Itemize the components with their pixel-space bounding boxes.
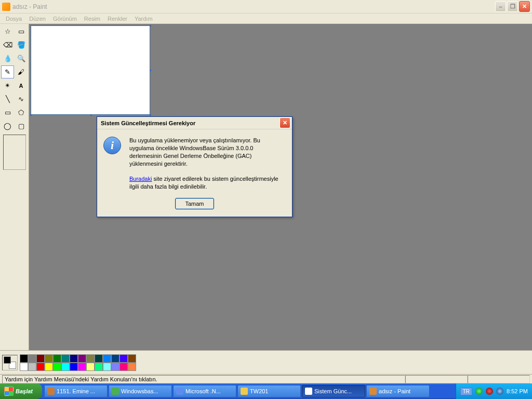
current-colors[interactable] <box>2 355 18 370</box>
color-swatch[interactable] <box>45 363 53 371</box>
taskbar-item[interactable]: adsız - Paint <box>366 385 430 397</box>
color-swatch[interactable] <box>36 354 45 363</box>
foreground-color-swatch <box>4 356 11 364</box>
color-swatch[interactable] <box>86 354 95 363</box>
color-swatch[interactable] <box>103 363 111 371</box>
color-swatch[interactable] <box>86 363 95 371</box>
tray-icon[interactable] <box>486 388 493 395</box>
resize-handle[interactable] <box>90 114 92 116</box>
color-swatch[interactable] <box>128 354 136 363</box>
taskbar-item-label: Sistem Günc... <box>314 388 352 394</box>
brush-tool[interactable]: 🖌 <box>15 65 28 78</box>
main-area: ☆ ▭ ⌫ 🪣 💧 🔍 ✎ 🖌 ✴ A ╲ ∿ ▭ ⬠ ◯ ▢ <box>0 24 532 350</box>
fill-tool[interactable]: 🪣 <box>15 38 28 51</box>
status-bar: Yardım için Yardım Menüsü'ndeki Yardım K… <box>0 374 532 383</box>
clock[interactable]: 8:52 PM <box>507 388 528 394</box>
taskbar-item[interactable]: Windowsbas... <box>109 385 172 397</box>
dialog-link[interactable]: Buradaki <box>129 176 152 182</box>
canvas[interactable] <box>31 26 150 114</box>
rect-select-tool[interactable]: ▭ <box>15 25 28 38</box>
ellipse-tool[interactable]: ◯ <box>1 119 14 132</box>
color-swatch[interactable] <box>36 363 45 371</box>
language-indicator[interactable]: TR <box>460 388 472 395</box>
color-swatch[interactable] <box>61 354 70 363</box>
taskbar-item[interactable]: Sistem Günc... <box>302 385 365 397</box>
color-swatch[interactable] <box>70 354 78 363</box>
color-swatch[interactable] <box>61 363 70 371</box>
rounded-rect-tool[interactable]: ▢ <box>15 119 28 132</box>
resize-handle[interactable] <box>150 70 151 71</box>
color-swatch[interactable] <box>95 363 103 371</box>
maximize-button[interactable]: ❐ <box>507 1 518 12</box>
picker-tool[interactable]: 💧 <box>1 52 14 65</box>
color-swatch[interactable] <box>128 363 136 371</box>
status-help-text: Yardım için Yardım Menüsü'ndeki Yardım K… <box>2 375 405 383</box>
canvas-area[interactable]: Sistem Güncelleştirmesi Gerekiyor ✕ i Bu… <box>29 24 532 350</box>
tool-option-1[interactable] <box>5 137 24 145</box>
menu-view[interactable]: Görünüm <box>49 15 81 23</box>
resize-handle[interactable] <box>150 25 151 26</box>
taskbar: Başlat 1151. Emine ...Windowsbas...Micro… <box>0 383 532 399</box>
menu-bar: Dosya Düzen Görünüm Resim Renkler Yardım <box>0 14 532 24</box>
color-swatch[interactable] <box>20 354 28 363</box>
color-swatch[interactable] <box>103 354 111 363</box>
window-title: adsız - Paint <box>12 3 495 10</box>
color-swatch[interactable] <box>28 354 36 363</box>
system-update-dialog: Sistem Güncelleştirmesi Gerekiyor ✕ i Bu… <box>97 116 292 217</box>
color-swatch[interactable] <box>119 354 128 363</box>
taskbar-item-icon <box>369 388 377 395</box>
magnifier-tool[interactable]: 🔍 <box>15 52 28 65</box>
system-tray: TR 8:52 PM <box>456 383 532 399</box>
polygon-tool[interactable]: ⬠ <box>15 106 28 119</box>
color-swatch[interactable] <box>119 363 128 371</box>
color-swatch[interactable] <box>78 354 86 363</box>
curve-tool[interactable]: ∿ <box>15 92 28 105</box>
taskbar-item-icon <box>112 388 119 395</box>
line-tool[interactable]: ╲ <box>1 92 14 105</box>
rectangle-tool[interactable]: ▭ <box>1 106 14 119</box>
color-swatch[interactable] <box>78 363 86 371</box>
menu-edit[interactable]: Düzen <box>25 15 49 23</box>
color-swatch[interactable] <box>95 354 103 363</box>
start-label: Başlat <box>16 388 33 394</box>
resize-handle[interactable] <box>150 114 151 116</box>
color-swatch[interactable] <box>70 363 78 371</box>
resize-handle[interactable] <box>30 114 32 116</box>
taskbar-item[interactable]: 1151. Emine ... <box>44 385 108 397</box>
menu-help[interactable]: Yardım <box>131 15 156 23</box>
dialog-close-button[interactable]: ✕ <box>280 117 290 128</box>
menu-colors[interactable]: Renkler <box>104 15 131 23</box>
tool-options <box>3 135 26 170</box>
airbrush-tool[interactable]: ✴ <box>1 79 14 92</box>
color-swatch[interactable] <box>111 363 119 371</box>
menu-file[interactable]: Dosya <box>2 15 25 23</box>
tray-icon[interactable] <box>496 388 503 395</box>
eraser-tool[interactable]: ⌫ <box>1 38 14 51</box>
ok-button[interactable]: Tamam <box>175 198 214 209</box>
taskbar-item-icon <box>176 388 183 395</box>
color-swatch[interactable] <box>53 354 61 363</box>
taskbar-item[interactable]: Microsoft .N... <box>173 385 236 397</box>
color-swatch[interactable] <box>53 363 61 371</box>
color-swatch[interactable] <box>45 354 53 363</box>
close-button[interactable]: ✕ <box>519 1 530 12</box>
menu-image[interactable]: Resim <box>81 15 104 23</box>
tool-grid: ☆ ▭ ⌫ 🪣 💧 🔍 ✎ 🖌 ✴ A ╲ ∿ ▭ ⬠ ◯ ▢ <box>1 25 28 132</box>
dialog-message-2-text: site ziyaret edilerek bu sistem güncelle… <box>129 176 278 190</box>
freeform-select-tool[interactable]: ☆ <box>1 25 14 38</box>
minimize-button[interactable]: – <box>495 1 506 12</box>
taskbar-item-label: TW201 <box>250 388 268 394</box>
tray-icon[interactable] <box>475 388 483 395</box>
dialog-title: Sistem Güncelleştirmesi Gerekiyor <box>99 120 280 126</box>
taskbar-item[interactable]: TW201 <box>237 385 301 397</box>
start-button[interactable]: Başlat <box>0 383 42 399</box>
dialog-titlebar[interactable]: Sistem Güncelleştirmesi Gerekiyor ✕ <box>97 117 292 129</box>
color-swatch[interactable] <box>28 363 36 371</box>
text-tool[interactable]: A <box>15 79 28 92</box>
dialog-message-1: Bu uygulama yüklenemiyor veya çalıştırıl… <box>129 137 286 167</box>
pencil-tool[interactable]: ✎ <box>1 65 14 78</box>
color-swatch[interactable] <box>111 354 119 363</box>
dialog-body: i Bu uygulama yüklenemiyor veya çalıştır… <box>97 129 292 198</box>
color-swatch[interactable] <box>20 363 28 371</box>
taskbar-item-icon <box>47 388 55 395</box>
